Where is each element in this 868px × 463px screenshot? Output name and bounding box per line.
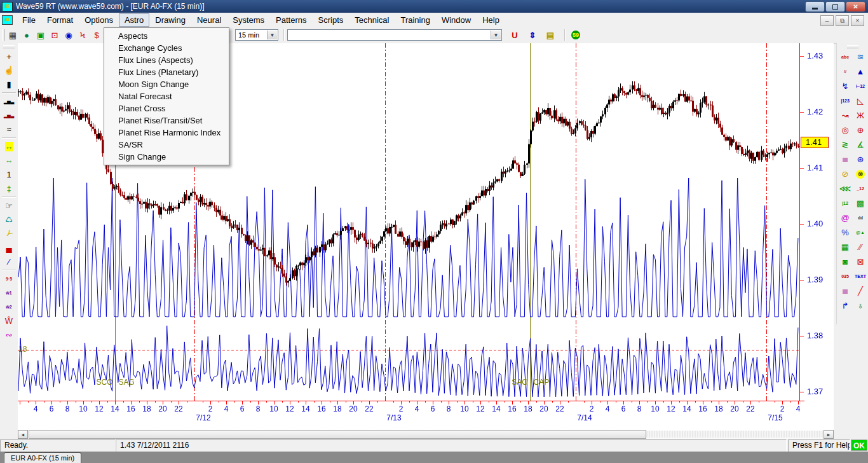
thin-bars-icon-button[interactable]: ‡ (2, 182, 16, 195)
symbol-combobox[interactable]: ▼ (287, 29, 502, 41)
monitor-icon-button[interactable]: ⊡ (48, 29, 61, 41)
chart-window-icon-button[interactable]: ▦ (6, 29, 19, 41)
pointer-tool-button[interactable]: ☞ (2, 199, 16, 212)
delete-trash-tool-button[interactable]: ♺ (2, 213, 16, 226)
levels-035-icon-button[interactable]: 035 (837, 269, 853, 284)
ohlc-bars-icon-button[interactable]: ▂▅▃ (2, 95, 16, 108)
wave59-icon[interactable]: 59 (569, 29, 582, 41)
trend-arrow-icon-button[interactable]: ↝ (837, 108, 853, 123)
expand-spacing-icon-button[interactable]: ↔ (2, 140, 16, 153)
menu-item-format[interactable]: Format (41, 13, 79, 27)
histogram-icon-button[interactable]: ılıl (853, 211, 868, 225)
child-close-button[interactable]: × (851, 15, 864, 26)
angles-ar-icon-button[interactable]: ≋ (853, 50, 868, 64)
astro-menu-item-flux-lines-aspects-[interactable]: Flux Lines (Aspects) (104, 54, 229, 66)
concentric-circles-icon-button[interactable]: ◎ (837, 123, 853, 137)
orbit-ellipse-icon-button[interactable]: ⊕ (853, 123, 868, 137)
astro-menu-item-flux-lines-planetary-[interactable]: Flux Lines (Planetary) (104, 66, 229, 78)
target-icon-button[interactable]: ◉ (62, 29, 75, 41)
firetruck-icon-button[interactable]: ▄ (2, 241, 16, 254)
scrollbar-thumb[interactable] (29, 430, 646, 439)
percent-icon-button[interactable]: % (837, 225, 853, 240)
grid-icon-button[interactable]: ▦ (837, 240, 853, 254)
menu-item-technical[interactable]: Technical (349, 13, 395, 27)
text-abc-icon-button[interactable]: abc (837, 50, 853, 64)
no-entry-icon-button[interactable]: ⊠ (853, 254, 868, 269)
interval-combobox[interactable]: 15 min ▼ (235, 29, 278, 41)
scroll-left-arrow[interactable]: ◄ (18, 430, 28, 439)
angle-icon-button[interactable]: ∡ (853, 137, 868, 152)
astro-menu-item-sa-sr[interactable]: SA/SR (104, 139, 229, 151)
astro-menu-item-aspects[interactable]: Aspects (104, 30, 229, 42)
draw-line-icon-button[interactable]: ∕ (2, 255, 16, 268)
hatch-lines-icon-button[interactable]: // (837, 64, 853, 79)
chevron-down-icon[interactable]: ▼ (491, 31, 501, 39)
crosshair-tool-button[interactable]: ＋ (2, 50, 16, 63)
level-12-icon-button[interactable]: _12 (853, 181, 868, 196)
vertical-cursor-tool-button[interactable]: ▮ (2, 78, 16, 91)
close-button[interactable]: ✕ (846, 1, 865, 12)
zigzag-flag-icon-button[interactable]: ↯ (837, 79, 853, 93)
vlines2-icon-button[interactable]: |||| (837, 284, 853, 298)
child-restore-button[interactable]: ⧉ (836, 15, 849, 26)
astro-menu-item-sign-change[interactable]: Sign Change (104, 151, 229, 163)
scale-one-icon-button[interactable]: 1 (2, 168, 16, 181)
menu-item-astro[interactable]: Astro (119, 13, 149, 27)
menu-item-window[interactable]: Window (436, 13, 477, 27)
bar-12-icon-button[interactable]: |12 (837, 196, 853, 211)
wave2-icon-button[interactable]: ẅ2 (2, 300, 16, 314)
minimize-button[interactable] (805, 1, 825, 12)
menu-item-scripts[interactable]: Scripts (313, 13, 349, 27)
thick-line-icon-button[interactable]: ╱ (853, 284, 868, 298)
menu-item-help[interactable]: Help (477, 13, 505, 27)
wrench-settings-icon-button[interactable]: Y (2, 227, 16, 240)
notes-icon-button[interactable]: ▤ (544, 29, 557, 41)
pan-hand-tool-button[interactable]: ☝ (2, 64, 16, 77)
text-tool-icon-button[interactable]: TEXT (853, 269, 868, 284)
astro-menu-item-natal-forecast[interactable]: Natal Forecast (104, 90, 229, 102)
pattern-w-icon-button[interactable]: Ŵ (2, 314, 16, 328)
ruler-12-icon-button[interactable]: ⊢12 (853, 79, 868, 93)
child-minimize-button[interactable]: – (820, 15, 834, 26)
menu-item-neural[interactable]: Neural (191, 13, 227, 27)
astro-menu-item-exchange-cycles[interactable]: Exchange Cycles (104, 42, 229, 54)
menu-item-systems[interactable]: Systems (227, 13, 270, 27)
triangle-123-icon-button[interactable]: ◺ (853, 93, 868, 108)
bar-spacing-icon-button[interactable]: ⇔ (2, 154, 16, 167)
step-arrow-icon-button[interactable]: ↱ (837, 298, 853, 313)
nine-five-icon-button[interactable]: 9·5 (2, 272, 16, 286)
menu-item-training[interactable]: Training (395, 13, 435, 27)
dollar-icon-button[interactable]: $ (90, 29, 103, 41)
zigzag-level-icon-button[interactable]: ≷ (837, 137, 853, 152)
zigzag-icon-button[interactable]: Ϟ (76, 29, 89, 41)
planet-ellipse-icon-button[interactable]: ⊘ (837, 167, 853, 181)
fan-lines-icon-button[interactable]: Ж (853, 108, 868, 123)
vertical-lines-icon-button[interactable]: |||| (837, 152, 853, 167)
cycle-sine-icon-button[interactable]: ∾ (2, 328, 16, 342)
scrollbar-track[interactable] (646, 431, 823, 438)
astro-menu-item-planet-rise-harmonic-index[interactable]: Planet Rise Harmonic Index (104, 127, 229, 139)
up-arrow-icon-button[interactable]: ▲ (853, 64, 868, 79)
astro-menu-item-moon-sign-change[interactable]: Moon Sign Change (104, 78, 229, 90)
ray-fan-icon-button[interactable]: ⋘ (837, 181, 853, 196)
spiral-warning-icon-button[interactable]: @▲ (853, 225, 868, 240)
restore-button[interactable] (825, 1, 845, 12)
menu-item-options[interactable]: Options (79, 13, 119, 27)
candlestick-icon-button[interactable]: ▂▅▃ (2, 109, 16, 122)
chevron-down-icon[interactable]: ▼ (267, 31, 277, 39)
menu-item-file[interactable]: File (17, 13, 41, 27)
horizontal-scrollbar[interactable]: ◄ ► (18, 430, 834, 439)
crosshatch-square-icon-button[interactable]: ▩ (853, 196, 868, 211)
scroll-right-arrow[interactable]: ► (824, 430, 834, 439)
ibeam-123-icon-button[interactable]: |123 (837, 93, 853, 108)
gann-flower-icon-button[interactable]: ⊛ (853, 152, 868, 167)
globe-zigzag-icon-button[interactable]: ♁ (853, 298, 868, 313)
magnet-icon-button[interactable]: U (508, 29, 521, 41)
updown-arrow-icon-button[interactable]: ⇕ (526, 29, 539, 41)
astro-menu-item-planet-cross[interactable]: Planet Cross (104, 102, 229, 114)
line-chart-icon-button[interactable]: ≈ (2, 123, 16, 136)
spiral-square-icon-button[interactable]: ▣ (34, 29, 47, 41)
double-slash-icon-button[interactable]: ⁄⁄ (853, 240, 868, 254)
menu-item-patterns[interactable]: Patterns (270, 13, 312, 27)
chart-tab[interactable]: EUR A0-FX (15 min) (4, 452, 81, 463)
